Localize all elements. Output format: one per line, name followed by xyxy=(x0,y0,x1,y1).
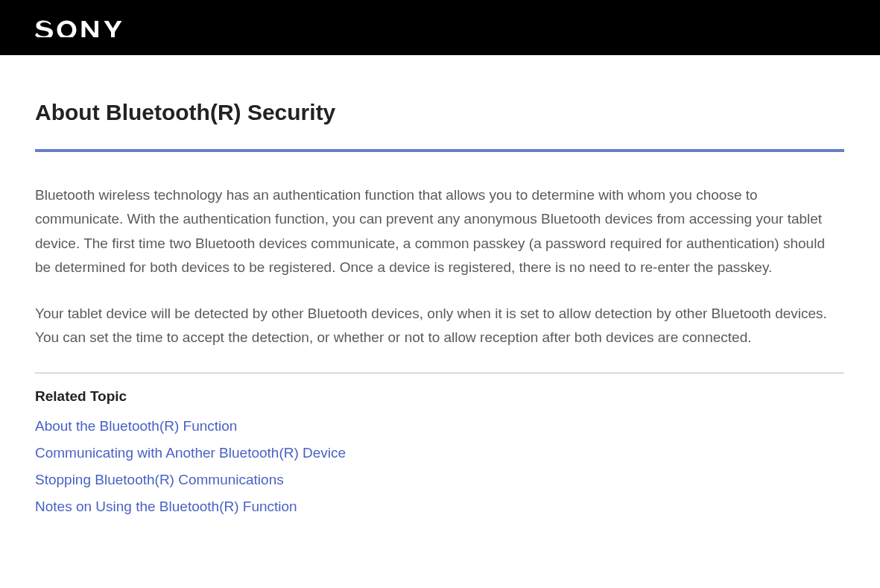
site-header xyxy=(0,0,880,55)
section-divider xyxy=(35,373,844,373)
body-paragraph-2: Your tablet device will be detected by o… xyxy=(35,302,844,350)
body-paragraph-1: Bluetooth wireless technology has an aut… xyxy=(35,183,844,279)
title-underline xyxy=(35,149,844,152)
related-link-stopping-communications[interactable]: Stopping Bluetooth(R) Communications xyxy=(35,472,844,488)
main-content: About Bluetooth(R) Security Bluetooth wi… xyxy=(0,55,879,540)
related-topic-heading: Related Topic xyxy=(35,388,844,405)
page-title: About Bluetooth(R) Security xyxy=(35,100,844,125)
sony-logo[interactable] xyxy=(35,18,139,37)
related-link-communicating-device[interactable]: Communicating with Another Bluetooth(R) … xyxy=(35,445,844,461)
related-link-about-bluetooth-function[interactable]: About the Bluetooth(R) Function xyxy=(35,418,844,434)
related-link-notes-bluetooth[interactable]: Notes on Using the Bluetooth(R) Function xyxy=(35,499,844,515)
